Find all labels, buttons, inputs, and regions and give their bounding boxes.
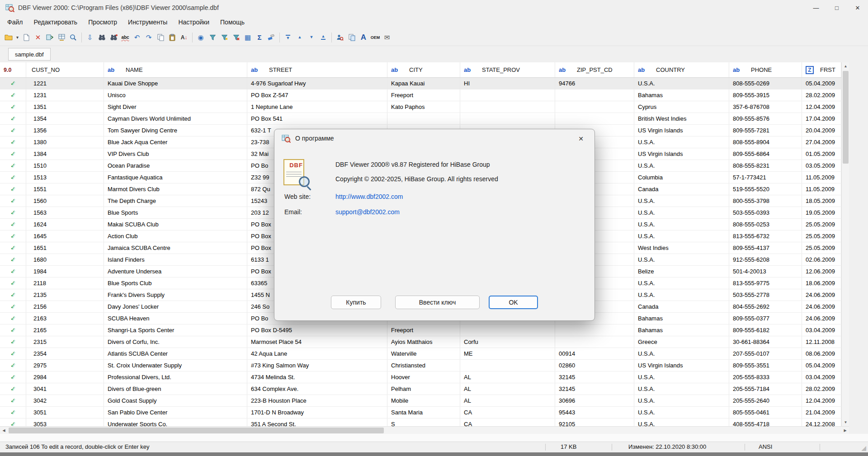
cell-phone[interactable]: 808-555-8231 — [729, 160, 802, 171]
close-button[interactable]: ✕ — [847, 0, 868, 15]
cell-phone[interactable]: 809-555-3915 — [729, 89, 802, 101]
cell-street[interactable]: #73 King Salmon Way — [247, 360, 387, 371]
cell-country[interactable]: U.S.A. — [634, 418, 729, 426]
cell-frst[interactable]: 12.04.2009 — [802, 101, 841, 113]
cell-frst[interactable]: 03.04.2009 — [802, 371, 841, 383]
cell-name[interactable]: St. Croix Underwater Supply — [104, 360, 247, 371]
cell-country[interactable]: Columbia — [634, 172, 729, 183]
cell-city[interactable]: S — [387, 418, 460, 426]
cell-country[interactable]: U.S.A. — [634, 160, 729, 171]
enter-key-button[interactable]: Ввести ключ — [395, 296, 480, 309]
find-replace-button[interactable] — [108, 32, 119, 43]
filter-remove-button[interactable] — [230, 32, 242, 43]
horizontal-scrollbar[interactable]: ◀ ▶ — [0, 426, 849, 434]
column-header-cust_no[interactable]: CUST_NO — [26, 62, 104, 77]
table-row[interactable]: ✓2315Divers of Corfu, Inc.Marmoset Place… — [0, 336, 841, 348]
vertical-scrollbar[interactable]: ▲ ▼ — [841, 62, 849, 426]
cell-phone[interactable]: 800-555-3798 — [729, 195, 802, 207]
cell-cust_no[interactable]: 2135 — [26, 289, 104, 301]
cell-frst[interactable]: 21.04.2009 — [802, 407, 841, 418]
find-button[interactable] — [96, 32, 108, 43]
column-header-street[interactable]: abSTREET — [247, 62, 387, 77]
cell-zip_pst_cd[interactable] — [555, 336, 634, 348]
scroll-left-icon[interactable]: ◀ — [0, 427, 8, 434]
cell-phone[interactable]: 205-555-8333 — [729, 371, 802, 383]
cell-phone[interactable]: 408-555-4718 — [729, 418, 802, 426]
cell-frst[interactable]: 11.05.2009 — [802, 172, 841, 183]
cell-name[interactable]: Gold Coast Supply — [104, 395, 247, 406]
cell-phone[interactable]: 57-1-773421 — [729, 172, 802, 183]
cell-country[interactable]: US Virgin Islands — [634, 360, 729, 371]
cell-phone[interactable]: 357-6-876708 — [729, 101, 802, 113]
cell-zip_pst_cd[interactable] — [555, 89, 634, 101]
cell-country[interactable]: Bahamas — [634, 313, 729, 324]
cell-cust_no[interactable]: 2984 — [26, 371, 104, 383]
cell-country[interactable]: U.S.A. — [634, 277, 729, 289]
cell-name[interactable]: Adventure Undersea — [104, 266, 247, 277]
cell-phone[interactable]: 809-555-6182 — [729, 324, 802, 336]
cell-cust_no[interactable]: 1560 — [26, 195, 104, 207]
cell-cust_no[interactable]: 1551 — [26, 183, 104, 195]
cell-country[interactable]: West Indies — [634, 242, 729, 254]
cell-frst[interactable]: 11.05.2009 — [802, 183, 841, 195]
table-row[interactable]: ✓1351Sight Diver1 Neptune LaneKato Papho… — [0, 101, 841, 113]
cell-name[interactable]: Blue Sports Club — [104, 277, 247, 289]
cell-name[interactable]: Divers of Corfu, Inc. — [104, 336, 247, 348]
cell-name[interactable]: SCUBA Heaven — [104, 313, 247, 324]
export-button[interactable]: ⇩ — [84, 32, 96, 43]
column-header-state_prov[interactable]: abSTATE_PROV — [460, 62, 555, 77]
column-header-zip_pst_cd[interactable]: abZIP_PST_CD — [555, 62, 634, 77]
cell-cust_no[interactable]: 3053 — [26, 418, 104, 426]
preview-globe-button[interactable]: ◉ — [195, 32, 207, 43]
cell-country[interactable]: U.S.A. — [634, 289, 729, 301]
cell-country[interactable]: Canada — [634, 301, 729, 312]
stat-sum-button[interactable]: ▲ — [317, 32, 329, 43]
cell-name[interactable]: Shangri-La Sports Center — [104, 324, 247, 336]
redo-button[interactable]: ↷ — [143, 32, 155, 43]
cell-phone[interactable]: 205-555-2640 — [729, 395, 802, 406]
cell-name[interactable]: Island Finders — [104, 254, 247, 265]
table-row[interactable]: ✓2354Atlantis SCUBA Center42 Aqua LaneWa… — [0, 348, 841, 360]
cell-country[interactable]: Canada — [634, 183, 729, 195]
menu-edit[interactable]: Редактировать — [28, 17, 83, 28]
cell-frst[interactable]: 24.06.2009 — [802, 301, 841, 312]
tab-sample-dbf[interactable]: sample.dbf — [8, 48, 51, 61]
cell-cust_no[interactable]: 2315 — [26, 336, 104, 348]
spell-check-button[interactable]: abc — [119, 32, 131, 43]
cell-name[interactable]: Unisco — [104, 89, 247, 101]
font-size-button[interactable]: A — [358, 32, 369, 43]
cell-cust_no[interactable]: 1510 — [26, 160, 104, 171]
cell-country[interactable]: U.S.A. — [634, 254, 729, 265]
cell-frst[interactable]: 27.04.2009 — [802, 136, 841, 148]
resize-grip[interactable]: ◢ — [861, 443, 866, 453]
cell-phone[interactable]: 809-555-4137 — [729, 242, 802, 254]
cell-city[interactable]: Kato Paphos — [387, 101, 460, 113]
cell-frst[interactable]: 19.05.2009 — [802, 207, 841, 218]
cell-country[interactable]: Bahamas — [634, 324, 729, 336]
cell-street[interactable]: Marmoset Place 54 — [247, 336, 387, 348]
cell-zip_pst_cd[interactable]: 32145 — [555, 383, 634, 395]
cell-cust_no[interactable]: 1380 — [26, 136, 104, 148]
filter-button[interactable] — [207, 32, 218, 43]
new-file-button[interactable] — [20, 32, 32, 43]
cell-phone[interactable]: 503-555-2778 — [729, 289, 802, 301]
cell-country[interactable]: U.S.A. — [634, 371, 729, 383]
cell-zip_pst_cd[interactable] — [555, 324, 634, 336]
cell-name[interactable]: Blue Sports — [104, 207, 247, 218]
maximize-button[interactable]: □ — [826, 0, 847, 15]
cell-zip_pst_cd[interactable]: 30696 — [555, 395, 634, 406]
table-row[interactable]: ✓2984Professional Divers, Ltd.4734 Melin… — [0, 371, 841, 383]
cell-zip_pst_cd[interactable]: 92105 — [555, 418, 634, 426]
cell-state_prov[interactable]: AL — [460, 395, 555, 406]
table-row[interactable]: ✓2165Shangri-La Sports CenterPO Box D-54… — [0, 324, 841, 336]
menu-options[interactable]: Настройки — [173, 17, 215, 28]
cell-state_prov[interactable] — [460, 113, 555, 124]
cell-frst[interactable]: 12.04.2009 — [802, 395, 841, 406]
cell-frst[interactable]: 25.05.2009 — [802, 230, 841, 242]
cell-state_prov[interactable]: Corfu — [460, 336, 555, 348]
cell-frst[interactable]: 12.11.2008 — [802, 336, 841, 348]
cell-state_prov[interactable] — [460, 89, 555, 101]
cell-name[interactable]: Action Club — [104, 230, 247, 242]
cell-city[interactable]: Kapaa Kauai — [387, 78, 460, 89]
cell-frst[interactable]: 24.12.2008 — [802, 418, 841, 426]
